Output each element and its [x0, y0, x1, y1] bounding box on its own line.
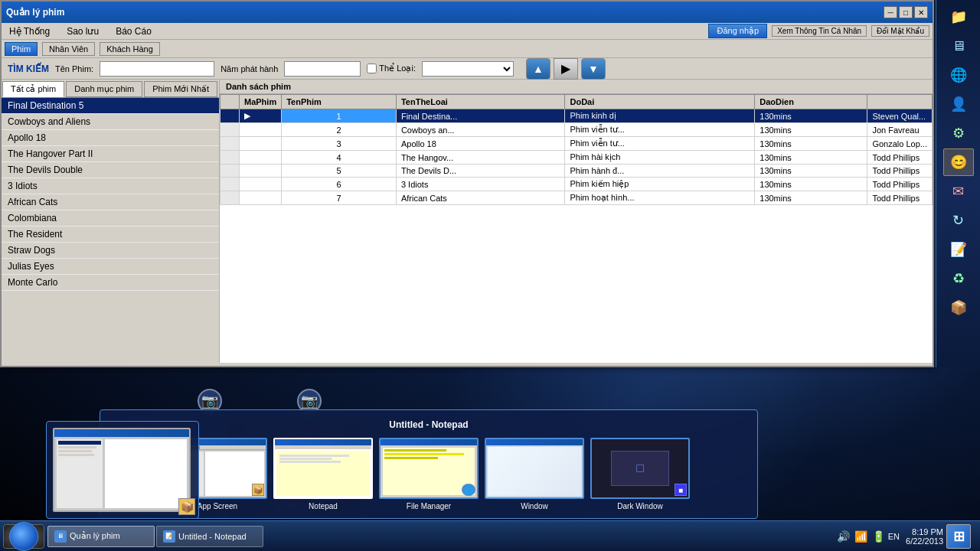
search-name-input[interactable] [100, 61, 214, 77]
genre-select[interactable]: Phim kinh dị Phim viễn tưởng Phim hài kị… [422, 61, 514, 77]
tab-bar: Tất cả phim Danh mục phim Phim Mới Nhất [2, 80, 219, 98]
list-item[interactable]: Apollo 18 [2, 130, 219, 146]
tab-categories[interactable]: Danh mục phim [66, 81, 142, 97]
tab-new-movies[interactable]: Phim Mới Nhất [144, 81, 217, 97]
rt-icon-recycle[interactable]: ♻ [943, 265, 974, 292]
table-row[interactable]: 63 IdiotsPhim kiếm hiệp130minsTodd Phill… [220, 178, 933, 191]
cell-tenphim: Cowboys an... [396, 123, 565, 137]
tray-icon-battery[interactable]: 🔋 [872, 530, 885, 543]
table-row[interactable]: 2Cowboys an...Phim viễn tư...130minsJon … [220, 123, 933, 137]
table-row[interactable]: ▶1Final Destina...Phim kinh dị130minsSte… [220, 109, 933, 123]
menu-sao-luu[interactable]: Sao lưu [62, 24, 103, 38]
genre-checkbox[interactable] [367, 64, 377, 73]
tab-all-movies[interactable]: Tất cả phim [2, 81, 64, 97]
single-thumb: 📦 [53, 428, 191, 512]
windows-logo-btn[interactable]: ⊞ [946, 524, 971, 549]
change-password-button[interactable]: Đổi Mật Khẩu [871, 25, 929, 37]
rt-icon-monitor[interactable]: 🖥 [943, 32, 974, 60]
play-icon: ▶ [561, 61, 570, 76]
list-item[interactable]: The Hangover Part II [2, 146, 219, 162]
cell-dodai: 130mins [755, 123, 867, 137]
search-label: TÌM KIẾM [8, 64, 49, 74]
table-row[interactable]: 7African CatsPhim hoạt hình...130minsTod… [220, 191, 933, 205]
list-item[interactable]: Monte Carlo [2, 275, 219, 291]
table-row[interactable]: 5The Devils D...Phim hành đ...130minsTod… [220, 165, 933, 178]
close-button[interactable]: ✕ [914, 6, 928, 18]
tray-icon-network[interactable]: 📶 [854, 530, 867, 543]
taskbar: 🖥 Quản lý phim 📝 Untitled - Notepad 🔊 📶 … [0, 520, 980, 551]
title-bar: Quản lý phim ─ □ ✕ [2, 2, 933, 23]
single-preview-area[interactable]: 📦 [46, 421, 199, 519]
cell-dodai: 130mins [755, 178, 867, 191]
list-item[interactable]: The Devils Double [2, 162, 219, 178]
list-item[interactable]: The Resident [2, 227, 219, 243]
preview-img-5: □ ■ [590, 438, 690, 499]
cell-tenphim: Apollo 18 [396, 137, 565, 151]
col-header-daodien[interactable]: DaoDien [755, 95, 867, 109]
menu-bao-cao[interactable]: Báo Cáo [111, 24, 156, 38]
task-label-notepad: Untitled - Notepad [178, 532, 247, 541]
preview-thumb-5[interactable]: □ ■ Dark Window [590, 438, 690, 510]
search-year-input[interactable] [284, 61, 361, 77]
preview-img-4 [485, 438, 584, 499]
row-index [220, 109, 240, 123]
col-header-tenphim[interactable]: TenPhim [282, 95, 397, 109]
rt-icon-user[interactable]: 👤 [943, 90, 974, 118]
system-tray: 🔊 📶 🔋 EN 8:19 PM 6/22/2013 ⊞ [837, 524, 977, 549]
cell-daodien: Todd Phillips [867, 151, 933, 165]
table-row[interactable]: 3Apollo 18Phim viễn tư...130minsGonzalo … [220, 137, 933, 151]
cell-dodai: 130mins [755, 137, 867, 151]
list-item[interactable]: Straw Dogs [2, 243, 219, 259]
preview-img-2 [273, 438, 373, 499]
preview-label-5: Dark Window [617, 502, 662, 510]
list-item[interactable]: 3 Idiots [2, 178, 219, 194]
rt-icon-notepad[interactable]: 📝 [943, 236, 974, 263]
rt-icon-settings[interactable]: ⚙ [943, 119, 974, 147]
table-row[interactable]: 4The Hangov...Phim hài kịch130minsTodd P… [220, 151, 933, 165]
list-item[interactable]: Cowboys and Aliens [2, 114, 219, 130]
menu-he-thong[interactable]: Hệ Thống [5, 24, 54, 38]
taskbar-task-app[interactable]: 🖥 Quản lý phim [47, 526, 155, 547]
left-panel: Tất cả phim Danh mục phim Phim Mới Nhất … [2, 80, 220, 363]
rt-icon-email[interactable]: ✉ [943, 178, 974, 205]
cell-theloai: Phim kiếm hiệp [565, 178, 755, 191]
tray-icon-volume[interactable]: 🔊 [837, 530, 850, 543]
rt-icon-box[interactable]: 📦 [943, 294, 974, 321]
list-item[interactable]: Colombiana [2, 210, 219, 227]
phim-button[interactable]: Phim [5, 42, 38, 56]
list-item[interactable]: Final Destination 5 [2, 98, 219, 114]
list-item[interactable]: African Cats [2, 194, 219, 210]
rt-icon-smile[interactable]: 😊 [943, 148, 974, 176]
cell-daodien: Gonzalo Lop... [867, 137, 933, 151]
maximize-button[interactable]: □ [899, 6, 913, 18]
system-clock[interactable]: 8:19 PM 6/22/2013 [906, 527, 943, 546]
col-header-index [220, 95, 240, 109]
taskbar-task-notepad[interactable]: 📝 Untitled - Notepad [156, 526, 263, 547]
row-index [220, 191, 240, 205]
col-header-maphim[interactable]: MaPhim [240, 95, 282, 109]
cell-maphim: 7 [282, 191, 397, 205]
up-arrow-button[interactable]: ▲ [526, 58, 550, 80]
preview-thumb-3[interactable]: 🌐 File Manager [379, 438, 479, 510]
row-index [220, 178, 240, 191]
row-index [220, 165, 240, 178]
table-container[interactable]: MaPhim TenPhim TenTheLoai DoDai DaoDien … [220, 94, 933, 363]
rt-icon-network[interactable]: 🌐 [943, 61, 974, 89]
rt-icon-folder[interactable]: 📁 [943, 3, 974, 31]
play-button[interactable]: ▶ [554, 58, 578, 80]
preview-thumb-2[interactable]: Notepad [273, 438, 373, 510]
down-arrow-button[interactable]: ▼ [581, 58, 606, 80]
nhan-vien-button[interactable]: Nhân Viên [42, 42, 95, 56]
rt-icon-refresh[interactable]: ↻ [943, 207, 974, 234]
list-item[interactable]: Julias Eyes [2, 259, 219, 275]
action-row: Phim Nhân Viên Khách Hàng [2, 40, 933, 58]
start-button[interactable] [3, 524, 44, 549]
view-info-button[interactable]: Xem Thông Tin Cá Nhân [772, 25, 867, 37]
khach-hang-button[interactable]: Khách Hàng [100, 42, 160, 56]
col-header-tentheloai[interactable]: TenTheLoai [396, 95, 565, 109]
col-header-dodai[interactable]: DoDai [565, 95, 755, 109]
minimize-button[interactable]: ─ [884, 6, 897, 18]
login-button[interactable]: Đăng nhập [708, 24, 767, 38]
cell-tenphim: The Devils D... [396, 165, 565, 178]
preview-thumb-4[interactable]: Window [485, 438, 584, 510]
